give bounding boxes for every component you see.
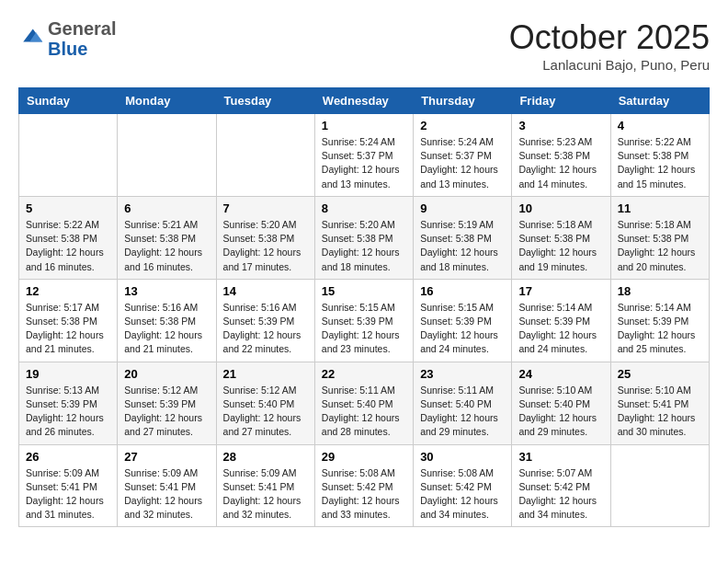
day-number: 25: [618, 367, 702, 381]
calendar-cell: 30Sunrise: 5:08 AM Sunset: 5:42 PM Dayli…: [414, 444, 512, 527]
day-info: Sunrise: 5:20 AM Sunset: 5:38 PM Dayligh…: [322, 218, 406, 274]
calendar-cell: 2Sunrise: 5:24 AM Sunset: 5:37 PM Daylig…: [414, 114, 512, 197]
day-info: Sunrise: 5:21 AM Sunset: 5:38 PM Dayligh…: [124, 218, 209, 274]
calendar-cell: 19Sunrise: 5:13 AM Sunset: 5:39 PM Dayli…: [19, 362, 118, 444]
calendar-cell: 25Sunrise: 5:10 AM Sunset: 5:41 PM Dayli…: [610, 362, 709, 444]
day-number: 21: [223, 367, 308, 381]
day-number: 15: [322, 284, 406, 298]
day-info: Sunrise: 5:19 AM Sunset: 5:38 PM Dayligh…: [420, 218, 505, 274]
calendar-cell: 4Sunrise: 5:22 AM Sunset: 5:38 PM Daylig…: [610, 114, 709, 197]
day-number: 17: [518, 284, 603, 298]
calendar-cell: 18Sunrise: 5:14 AM Sunset: 5:39 PM Dayli…: [610, 279, 709, 362]
logo-blue: Blue: [48, 39, 87, 59]
day-number: 13: [124, 284, 209, 298]
day-info: Sunrise: 5:22 AM Sunset: 5:38 PM Dayligh…: [26, 218, 110, 274]
calendar-cell: 26Sunrise: 5:09 AM Sunset: 5:41 PM Dayli…: [19, 444, 118, 527]
calendar-header-row: SundayMondayTuesdayWednesdayThursdayFrid…: [19, 88, 710, 114]
day-number: 16: [420, 284, 505, 298]
day-number: 29: [322, 450, 406, 464]
calendar-cell: 1Sunrise: 5:24 AM Sunset: 5:37 PM Daylig…: [314, 114, 413, 197]
calendar-week-row: 19Sunrise: 5:13 AM Sunset: 5:39 PM Dayli…: [19, 362, 710, 444]
day-number: 11: [618, 201, 702, 215]
weekday-header: Wednesday: [314, 88, 413, 114]
calendar-cell: 12Sunrise: 5:17 AM Sunset: 5:38 PM Dayli…: [19, 279, 118, 362]
day-info: Sunrise: 5:12 AM Sunset: 5:39 PM Dayligh…: [124, 384, 209, 440]
calendar-cell: 31Sunrise: 5:07 AM Sunset: 5:42 PM Dayli…: [512, 444, 610, 527]
calendar-cell: 9Sunrise: 5:19 AM Sunset: 5:38 PM Daylig…: [414, 196, 512, 279]
day-info: Sunrise: 5:13 AM Sunset: 5:39 PM Dayligh…: [26, 384, 110, 440]
day-number: 6: [124, 201, 209, 215]
day-info: Sunrise: 5:16 AM Sunset: 5:39 PM Dayligh…: [223, 301, 308, 357]
day-info: Sunrise: 5:17 AM Sunset: 5:38 PM Dayligh…: [26, 301, 110, 357]
calendar-cell: 28Sunrise: 5:09 AM Sunset: 5:41 PM Dayli…: [216, 444, 314, 527]
day-info: Sunrise: 5:09 AM Sunset: 5:41 PM Dayligh…: [26, 466, 110, 523]
day-info: Sunrise: 5:10 AM Sunset: 5:41 PM Dayligh…: [618, 384, 702, 440]
weekday-header: Tuesday: [216, 88, 314, 114]
page-header: General Blue October 2025 Lanlacuni Bajo…: [18, 18, 710, 73]
calendar-cell: 11Sunrise: 5:18 AM Sunset: 5:38 PM Dayli…: [610, 196, 709, 279]
calendar-cell: 14Sunrise: 5:16 AM Sunset: 5:39 PM Dayli…: [216, 279, 314, 362]
calendar-cell: 21Sunrise: 5:12 AM Sunset: 5:40 PM Dayli…: [216, 362, 314, 444]
day-number: 12: [26, 284, 110, 298]
weekday-header: Sunday: [19, 88, 118, 114]
day-number: 19: [26, 367, 110, 381]
calendar-body: 1Sunrise: 5:24 AM Sunset: 5:37 PM Daylig…: [19, 114, 710, 527]
day-number: 4: [618, 119, 702, 132]
weekday-header: Thursday: [414, 88, 512, 114]
calendar-cell: [19, 114, 118, 197]
logo-text: General Blue: [48, 18, 116, 59]
calendar-cell: [216, 114, 314, 197]
day-number: 31: [518, 450, 603, 464]
title-block: October 2025 Lanlacuni Bajo, Puno, Peru: [509, 18, 710, 73]
day-info: Sunrise: 5:15 AM Sunset: 5:39 PM Dayligh…: [322, 301, 406, 357]
calendar-cell: 23Sunrise: 5:11 AM Sunset: 5:40 PM Dayli…: [414, 362, 512, 444]
day-info: Sunrise: 5:18 AM Sunset: 5:38 PM Dayligh…: [518, 218, 603, 274]
day-info: Sunrise: 5:12 AM Sunset: 5:40 PM Dayligh…: [223, 384, 308, 440]
day-number: 9: [420, 201, 505, 215]
calendar-cell: 22Sunrise: 5:11 AM Sunset: 5:40 PM Dayli…: [314, 362, 413, 444]
day-number: 1: [322, 119, 406, 132]
calendar-cell: 24Sunrise: 5:10 AM Sunset: 5:40 PM Dayli…: [512, 362, 610, 444]
day-number: 18: [618, 284, 702, 298]
weekday-header: Saturday: [610, 88, 709, 114]
day-info: Sunrise: 5:15 AM Sunset: 5:39 PM Dayligh…: [420, 301, 505, 357]
day-info: Sunrise: 5:11 AM Sunset: 5:40 PM Dayligh…: [420, 384, 505, 440]
day-number: 7: [223, 201, 308, 215]
calendar-cell: 10Sunrise: 5:18 AM Sunset: 5:38 PM Dayli…: [512, 196, 610, 279]
day-info: Sunrise: 5:08 AM Sunset: 5:42 PM Dayligh…: [322, 466, 406, 523]
day-info: Sunrise: 5:23 AM Sunset: 5:38 PM Dayligh…: [518, 135, 603, 191]
calendar-week-row: 26Sunrise: 5:09 AM Sunset: 5:41 PM Dayli…: [19, 444, 710, 527]
calendar-cell: 5Sunrise: 5:22 AM Sunset: 5:38 PM Daylig…: [19, 196, 118, 279]
day-number: 14: [223, 284, 308, 298]
logo: General Blue: [18, 18, 116, 59]
calendar-cell: 16Sunrise: 5:15 AM Sunset: 5:39 PM Dayli…: [414, 279, 512, 362]
day-info: Sunrise: 5:24 AM Sunset: 5:37 PM Dayligh…: [322, 135, 406, 191]
day-number: 30: [420, 450, 505, 464]
calendar-week-row: 5Sunrise: 5:22 AM Sunset: 5:38 PM Daylig…: [19, 196, 710, 279]
day-number: 8: [322, 201, 406, 215]
calendar-week-row: 12Sunrise: 5:17 AM Sunset: 5:38 PM Dayli…: [19, 279, 710, 362]
month-title: October 2025: [509, 18, 710, 57]
day-number: 23: [420, 367, 505, 381]
day-number: 26: [26, 450, 110, 464]
weekday-header: Friday: [512, 88, 610, 114]
day-number: 27: [124, 450, 209, 464]
day-number: 28: [223, 450, 308, 464]
day-number: 24: [518, 367, 603, 381]
day-info: Sunrise: 5:18 AM Sunset: 5:38 PM Dayligh…: [618, 218, 702, 274]
day-number: 2: [420, 119, 505, 132]
day-number: 10: [518, 201, 603, 215]
calendar-cell: 20Sunrise: 5:12 AM Sunset: 5:39 PM Dayli…: [118, 362, 216, 444]
calendar-table: SundayMondayTuesdayWednesdayThursdayFrid…: [18, 87, 710, 527]
day-number: 5: [26, 201, 110, 215]
logo-general: General: [48, 18, 116, 39]
calendar-cell: 3Sunrise: 5:23 AM Sunset: 5:38 PM Daylig…: [512, 114, 610, 197]
day-info: Sunrise: 5:22 AM Sunset: 5:38 PM Dayligh…: [618, 135, 702, 191]
day-number: 3: [518, 119, 603, 132]
day-info: Sunrise: 5:10 AM Sunset: 5:40 PM Dayligh…: [518, 384, 603, 440]
day-info: Sunrise: 5:24 AM Sunset: 5:37 PM Dayligh…: [420, 135, 505, 191]
calendar-cell: [610, 444, 709, 527]
day-info: Sunrise: 5:08 AM Sunset: 5:42 PM Dayligh…: [420, 466, 505, 523]
day-info: Sunrise: 5:11 AM Sunset: 5:40 PM Dayligh…: [322, 384, 406, 440]
calendar-cell: [118, 114, 216, 197]
